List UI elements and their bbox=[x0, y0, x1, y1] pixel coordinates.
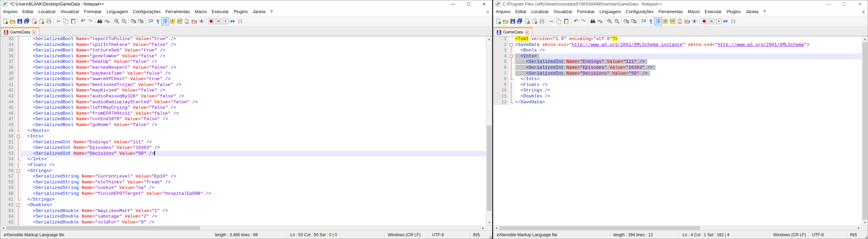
zoom-out-icon[interactable] bbox=[120, 18, 128, 25]
replace-icon[interactable]: ab bbox=[103, 18, 111, 25]
scroll-left-arrow[interactable]: ◄ bbox=[0, 226, 6, 230]
menu-item-editar[interactable]: Editar bbox=[513, 8, 529, 16]
new-file-icon[interactable] bbox=[2, 18, 9, 25]
doc-map-icon[interactable] bbox=[669, 18, 676, 25]
code-line[interactable]: 42 <SerializedBool Name="mayKissed" Valu… bbox=[0, 88, 492, 94]
code-line[interactable]: 52 <SerializedInt Name="Episodes" Value=… bbox=[0, 145, 492, 151]
title-bar[interactable]: C:\Program Files (x86)\Steam\userdata\57… bbox=[493, 0, 868, 8]
code-line[interactable]: 40 <SerializedBool Name="awareOfChest" V… bbox=[0, 76, 492, 82]
vertical-scrollbar[interactable]: ▲ ▼ bbox=[486, 36, 492, 226]
vertical-scrollbar[interactable]: ▲ ▼ bbox=[862, 36, 868, 226]
scroll-thumb[interactable] bbox=[862, 42, 867, 220]
save-all-icon[interactable] bbox=[517, 18, 524, 25]
cut-icon[interactable]: ✂ bbox=[55, 18, 62, 25]
code-line[interactable]: 51 <SerializedInt Name="Endings" Value="… bbox=[0, 140, 492, 145]
eol-format-status[interactable]: Windows (CR LF) bbox=[384, 232, 428, 238]
code-line[interactable]: 58 <SerializedString Name="eloThinks" Va… bbox=[0, 180, 492, 185]
horizontal-scrollbar[interactable]: ◄ ► bbox=[493, 226, 868, 230]
code-line[interactable]: 6 <SerializedInt Name="Episodes" Value="… bbox=[493, 65, 868, 71]
menu-item-formatar[interactable]: Formatar bbox=[82, 8, 104, 16]
code-line[interactable]: 59 <SerializedString Name="cookie" Value… bbox=[0, 185, 492, 191]
tab-gamedata[interactable]: GameData x bbox=[1, 27, 39, 36]
zoom-out-icon[interactable] bbox=[613, 18, 621, 25]
close-button[interactable]: ✕ bbox=[852, 0, 868, 8]
menu-item-janela[interactable]: Janela bbox=[743, 8, 761, 16]
code-line[interactable]: 39 <SerializedBool Name="paybackTime" Va… bbox=[0, 71, 492, 77]
tab-close-icon[interactable]: x bbox=[525, 30, 529, 35]
fold-collapse-marker[interactable]: - bbox=[509, 54, 514, 59]
fold-collapse-marker[interactable]: - bbox=[509, 42, 514, 48]
paste-icon[interactable] bbox=[70, 18, 77, 25]
zoom-in-icon[interactable] bbox=[606, 18, 613, 25]
close-doc-icon[interactable] bbox=[31, 18, 38, 25]
code-line[interactable]: 47 <SerializedBool Name="cutEnd1078" Val… bbox=[0, 116, 492, 122]
code-line[interactable]: 8 </Ints> bbox=[493, 76, 868, 82]
code-line[interactable]: 49 </Bools> bbox=[0, 128, 492, 134]
minimize-button[interactable]: — bbox=[445, 0, 461, 8]
save-icon[interactable] bbox=[509, 18, 517, 25]
menu-item-help[interactable]: ? bbox=[761, 8, 768, 16]
hscroll-thumb[interactable] bbox=[499, 226, 700, 230]
scroll-left-arrow[interactable]: ◄ bbox=[493, 226, 499, 230]
resize-grip[interactable] bbox=[863, 231, 868, 239]
minimize-button[interactable]: — bbox=[821, 0, 837, 8]
save-all-icon[interactable] bbox=[24, 18, 31, 25]
code-line[interactable]: 65 <SerializedDouble Name="soldFor" Valu… bbox=[0, 220, 492, 226]
open-file-icon[interactable] bbox=[502, 18, 509, 25]
print-icon[interactable] bbox=[45, 18, 53, 25]
code-line[interactable]: 53 <SerializedInt Name="Decisions" Value… bbox=[0, 151, 492, 157]
menu-item-localizar[interactable]: Localizar bbox=[36, 8, 58, 16]
undo-icon[interactable]: ↶ bbox=[79, 18, 86, 25]
code-line[interactable]: 41 <SerializedBool Name="mentionedTrojan… bbox=[0, 82, 492, 88]
code-line[interactable]: 7 <SerializedInt Name="Decisions" Value=… bbox=[493, 71, 868, 77]
code-line[interactable]: 3 <Bools /> bbox=[493, 48, 868, 54]
macro-record-icon[interactable] bbox=[701, 18, 708, 25]
menu-item-visualizar[interactable]: Visualizar bbox=[58, 8, 82, 16]
hscroll-thumb[interactable] bbox=[6, 226, 200, 230]
close-button[interactable]: ✕ bbox=[476, 0, 492, 8]
scroll-down-arrow[interactable]: ▼ bbox=[486, 220, 492, 226]
fold-collapse-marker[interactable]: - bbox=[16, 134, 21, 140]
menu-item-editar[interactable]: Editar bbox=[20, 8, 36, 16]
find-icon[interactable] bbox=[589, 18, 596, 25]
print-icon[interactable] bbox=[538, 18, 546, 25]
code-line[interactable]: 2-<SaveData xmlns:xsi="http://www.w3.org… bbox=[493, 42, 868, 48]
sync-v-scroll-icon[interactable] bbox=[130, 18, 137, 25]
macro-stop-icon[interactable] bbox=[215, 18, 222, 25]
copy-icon[interactable] bbox=[555, 18, 563, 25]
code-line[interactable]: 36 <SerializedBool Name="goneToWoe" Valu… bbox=[0, 54, 492, 59]
menubar-close-icon[interactable]: X bbox=[486, 10, 489, 15]
undo-icon[interactable]: ↶ bbox=[572, 18, 579, 25]
macro-play-icon[interactable] bbox=[715, 18, 722, 25]
code-line[interactable]: 50- <Ints> bbox=[0, 134, 492, 140]
close-doc-icon[interactable] bbox=[524, 18, 531, 25]
sync-h-scroll-icon[interactable] bbox=[137, 18, 145, 25]
menu-item-ferramentas[interactable]: Ferramentas bbox=[656, 8, 685, 16]
show-all-chars-icon[interactable]: ¶ bbox=[647, 18, 655, 25]
save-icon[interactable] bbox=[16, 18, 24, 25]
code-line[interactable]: 35 <SerializedBool Name="tortureSeb" Val… bbox=[0, 48, 492, 54]
macro-save-icon[interactable] bbox=[730, 18, 737, 25]
code-line[interactable]: 45 <SerializedBool Name="leftMayCrying" … bbox=[0, 105, 492, 111]
macro-save-icon[interactable] bbox=[237, 18, 244, 25]
code-editor[interactable]: 1<?xml version="1.0" encoding="utf-8"?>2… bbox=[493, 36, 868, 226]
code-line[interactable]: 63 <SerializedDouble Name="mayLikesMatt"… bbox=[0, 208, 492, 214]
folder-workspace-icon[interactable] bbox=[684, 18, 691, 25]
code-line[interactable]: 9 <Floats /> bbox=[493, 82, 868, 88]
tab-close-icon[interactable]: x bbox=[32, 30, 36, 35]
indent-guide-icon[interactable] bbox=[162, 18, 169, 25]
find-icon[interactable] bbox=[96, 18, 103, 25]
close-all-icon[interactable] bbox=[531, 18, 538, 25]
scroll-right-arrow[interactable]: ► bbox=[856, 226, 862, 230]
sync-v-scroll-icon[interactable] bbox=[623, 18, 630, 25]
menu-item-localizar[interactable]: Localizar bbox=[529, 8, 551, 16]
scroll-thumb[interactable] bbox=[487, 125, 492, 211]
code-line[interactable]: 43 <SerializedBool Name="audioPassedBy32… bbox=[0, 94, 492, 99]
code-line[interactable]: 55 <Floats /> bbox=[0, 162, 492, 168]
open-file-icon[interactable] bbox=[9, 18, 16, 25]
code-line[interactable]: 46 <SerializedBool Name="fromEP0709to11"… bbox=[0, 111, 492, 117]
code-line[interactable]: 34 <SerializedBool Name="spitInTheFace" … bbox=[0, 42, 492, 48]
sync-h-scroll-icon[interactable] bbox=[630, 18, 638, 25]
scroll-down-arrow[interactable]: ▼ bbox=[862, 220, 868, 226]
insert-mode-status[interactable]: INS bbox=[469, 232, 487, 238]
